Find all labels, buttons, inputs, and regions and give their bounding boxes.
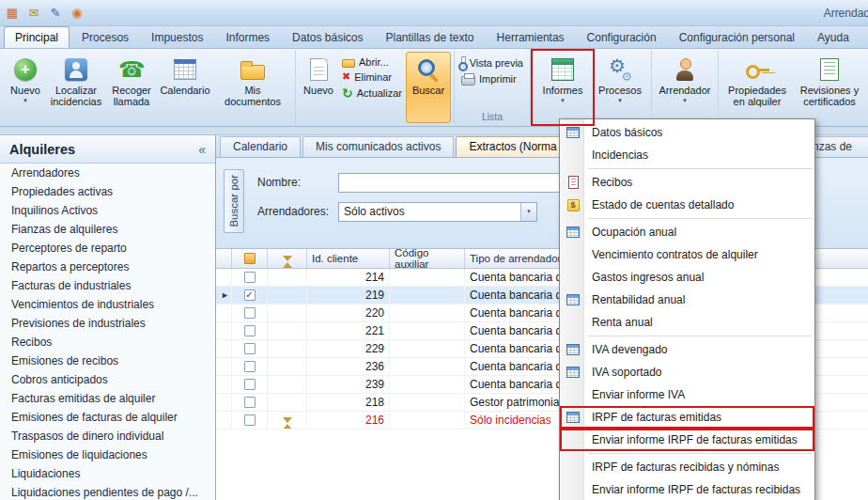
menu-item[interactable]: Datos básicos [560, 121, 814, 144]
row-checkbox-cell[interactable] [232, 305, 268, 321]
ribbon-button-nuevo-registro[interactable]: Nuevo [299, 52, 338, 123]
document-tab-label: Mis comunicados activos [316, 140, 441, 153]
sidebar-item[interactable]: Emisiones de facturas de alquiler [0, 408, 215, 427]
ribbon-tab[interactable]: Informes [215, 27, 280, 48]
collapse-chevron-icon[interactable]: « [198, 142, 206, 157]
ribbon-button-localizar-incidencias[interactable]: Localizar incidencias [46, 52, 106, 123]
sidebar-item-label: Arrendadores [11, 166, 80, 180]
ribbon-button-arrendador[interactable]: Arrendador ▼ [655, 52, 715, 123]
menu-item-icon [566, 367, 580, 378]
ribbon-tab[interactable]: Configuración personal [669, 27, 805, 48]
sidebar-item[interactable]: Emisiones de liquidaciones [0, 445, 215, 464]
menu-item[interactable]: IRPF de facturas recibidas y nóminas [560, 456, 814, 478]
quick-access-icon[interactable] [25, 5, 42, 22]
header-checkbox-column[interactable] [232, 249, 268, 268]
menu-item[interactable]: Vencimiento contratos de alquiler [560, 243, 814, 266]
menu-item[interactable]: Enviar informe IRPF de facturas recibida… [560, 478, 814, 500]
checkbox[interactable] [244, 343, 256, 354]
checkbox[interactable] [244, 379, 256, 390]
ribbon-group-arrendador: Arrendador ▼ [652, 51, 719, 124]
ribbon-button-propiedades-en-alquiler[interactable]: Propiedades en alquiler [721, 52, 793, 123]
ribbon-button-vista-previa[interactable]: Vista previa [459, 56, 525, 70]
quick-access-icon[interactable] [4, 5, 21, 22]
sidebar-item[interactable]: Fianzas de alquileres [0, 220, 215, 239]
sidebar-item[interactable]: Traspasos de dinero individual [0, 427, 215, 445]
sidebar-item[interactable]: Vencimientos de industriales [0, 295, 215, 314]
ribbon-tab[interactable]: Herramientas [487, 27, 575, 48]
header-id-cliente[interactable]: Id. cliente [307, 249, 390, 268]
ribbon-tab[interactable]: Procesos [71, 27, 139, 48]
cell-id-cliente: 229 [307, 340, 390, 357]
ribbon-button-mis-documentos[interactable]: Mis documentos [213, 52, 292, 123]
row-checkbox-cell[interactable] [232, 412, 268, 429]
ribbon-button-revisiones-certificados[interactable]: Revisiones y certificados [793, 52, 866, 123]
ribbon-button-recoger-llamada[interactable]: Recoger llamada [106, 52, 157, 123]
menu-item[interactable]: Gastos ingresos anual [560, 266, 814, 289]
row-checkbox-cell[interactable] [232, 340, 268, 357]
sidebar-item[interactable]: Arrendadores [0, 164, 215, 182]
row-checkbox-cell[interactable] [232, 322, 268, 339]
sidebar-item[interactable]: Cobros anticipados [0, 370, 215, 389]
ribbon-tab[interactable]: Plantillas de texto [375, 27, 484, 48]
menu-item[interactable]: Rentabilidad anual [560, 289, 814, 311]
ribbon-button-informes[interactable]: Informes ▼ [534, 52, 592, 123]
checkbox[interactable] [244, 397, 256, 408]
checkbox[interactable] [244, 414, 256, 426]
sidebar-item[interactable]: Facturas emitidas de alquiler [0, 389, 215, 408]
menu-item[interactable]: Recibos [560, 171, 814, 194]
checkbox[interactable] [244, 361, 256, 372]
ribbon-tab-label: Informes [225, 31, 270, 44]
sidebar-item[interactable]: Previsiones de industriales [0, 314, 215, 333]
row-checkbox-cell[interactable] [232, 376, 268, 393]
ribbon-button-calendario[interactable]: Calendario [157, 52, 213, 123]
checkbox[interactable] [244, 325, 256, 336]
quick-access-icon[interactable] [47, 5, 64, 22]
ribbon-button-actualizar[interactable]: Actualizar [340, 86, 404, 101]
sidebar-item[interactable]: Propiedades activas [0, 182, 215, 201]
document-tab[interactable]: Mis comunicados activos [302, 136, 454, 157]
button-label: Mis documentos [215, 85, 290, 107]
menu-item[interactable]: Estado de cuentas detallado [560, 194, 814, 216]
ribbon-tab[interactable]: Datos básicos [282, 27, 373, 48]
sidebar-item[interactable]: Emisiones de recibos [0, 352, 215, 370]
menu-item[interactable]: Ocupación anual [560, 221, 814, 243]
quick-access-icon[interactable] [69, 5, 85, 22]
document-tab[interactable]: Calendario [220, 136, 301, 157]
row-checkbox-cell[interactable] [232, 269, 268, 286]
ribbon-tab[interactable]: Principal [4, 26, 70, 48]
checkbox[interactable] [244, 307, 256, 319]
sidebar-item[interactable]: Repartos a perceptores [0, 258, 215, 276]
row-checkbox-cell[interactable] [232, 358, 268, 375]
menu-item[interactable]: IVA devengado [560, 338, 814, 361]
sidebar-item[interactable]: Liquidaciones [0, 464, 215, 483]
checkbox[interactable] [244, 289, 256, 301]
row-checkbox-cell[interactable] [232, 394, 268, 411]
chevron-down-icon[interactable]: ▼ [520, 203, 536, 221]
ribbon-button-eliminar[interactable]: Eliminar [340, 70, 404, 83]
sidebar-item[interactable]: Liquidaciones pendientes de pago /... [0, 483, 215, 500]
sidebar-item[interactable]: Perceptores de reparto [0, 239, 215, 258]
header-hourglass-column[interactable] [268, 249, 307, 268]
row-indicator: ► [216, 287, 232, 304]
ribbon-button-nuevo[interactable]: Nuevo ▼ [5, 52, 46, 123]
ribbon-tab[interactable]: Impuestos [141, 27, 213, 48]
menu-item[interactable]: Enviar informe IVA [560, 383, 814, 406]
ribbon-button-buscar[interactable]: Buscar [406, 52, 451, 123]
menu-item[interactable]: Incidencias [560, 144, 814, 166]
menu-item[interactable]: IVA soportado [560, 361, 814, 383]
sidebar-item[interactable]: Inquilinos Activos [0, 201, 215, 220]
menu-item[interactable]: Enviar informe IRPF de facturas emitidas [560, 429, 814, 451]
menu-item[interactable]: IRPF de facturas emitidas [560, 406, 814, 429]
ribbon-button-procesos[interactable]: Procesos ▼ [592, 52, 648, 123]
ribbon-button-imprimir[interactable]: Imprimir [459, 72, 525, 86]
ribbon-tab[interactable]: Ayuda [807, 27, 860, 48]
checkbox[interactable] [244, 272, 256, 283]
arrendadores-select[interactable]: Sólo activos ▼ [338, 202, 537, 222]
ribbon-button-abrir[interactable]: Abrir... [340, 56, 404, 68]
sidebar-item[interactable]: Facturas de industriales [0, 276, 215, 295]
header-codigo-auxiliar[interactable]: Código auxiliar [390, 249, 465, 268]
menu-item[interactable]: Renta anual [560, 311, 814, 334]
row-checkbox-cell[interactable] [232, 287, 268, 304]
ribbon-tab[interactable]: Configuración [577, 27, 667, 48]
sidebar-item[interactable]: Recibos [0, 333, 215, 352]
